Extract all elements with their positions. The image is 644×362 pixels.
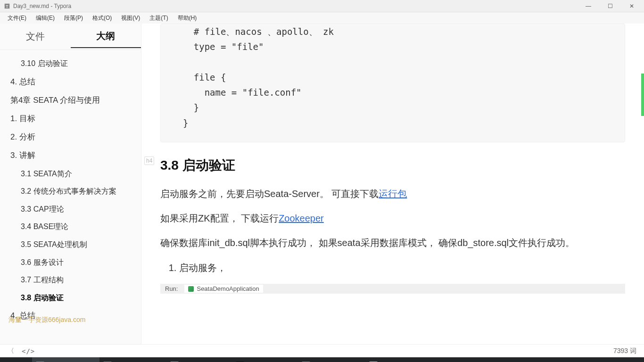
window-title: Day3_new.md - Typora	[13, 3, 582, 9]
outline-item[interactable]: 3.1 SEATA简介	[0, 165, 141, 183]
paragraph-zookeeper[interactable]: 如果采用ZK配置， 下载运行Zookeeper	[160, 209, 625, 227]
close-button[interactable]: ✕	[625, 3, 638, 9]
heading-3-8[interactable]: 3.8 启动验证	[160, 156, 625, 174]
start-button[interactable]	[0, 357, 16, 362]
run-label: Run:	[165, 285, 178, 292]
outline-item[interactable]: 2. 分析	[0, 128, 141, 146]
taskbar-app[interactable]: ▮选择seata-server...	[232, 357, 298, 362]
status-bar: 〈 </> 7393 词	[0, 344, 644, 357]
menu-format[interactable]: 格式(O)	[88, 13, 116, 23]
outline-item[interactable]: 3. 讲解	[0, 146, 141, 165]
menu-edit[interactable]: 编辑(E)	[31, 13, 59, 23]
menu-theme[interactable]: 主题(T)	[145, 13, 173, 23]
outline-item[interactable]: 3.6 服务设计	[0, 254, 141, 272]
outline-item[interactable]: 4. 总结	[0, 73, 141, 91]
outline-item[interactable]: 3.7 工程结构	[0, 271, 141, 289]
main-area: 文件 大纲 3.10 启动验证4. 总结第4章 SEATA 介绍与使用1. 目标…	[0, 24, 644, 344]
run-app-label: SeataDemoApplication	[197, 285, 259, 292]
maximize-button[interactable]: ☐	[603, 3, 617, 9]
taskbar-app[interactable]: IJbulls-stock [D:\Int...	[99, 357, 166, 362]
outline-item[interactable]: 3.4 BASE理论	[0, 218, 141, 236]
outline-item[interactable]: 3.3 CAP理论	[0, 200, 141, 218]
menu-paragraph[interactable]: 段落(P)	[59, 13, 88, 23]
minimize-button[interactable]: —	[582, 3, 595, 9]
tab-files[interactable]: 文件	[0, 25, 71, 48]
toggle-source[interactable]: </>	[22, 347, 35, 355]
outline-item[interactable]: 3.5 SEATA处理机制	[0, 236, 141, 254]
taskbar-app[interactable]: ◑* 无标题 - 查询 - ...	[166, 357, 232, 362]
scroll-indicator	[641, 74, 644, 116]
taskbar-app[interactable]: 📁seata-server-0.9	[365, 357, 425, 362]
heading-level-gutter: h4	[144, 156, 154, 165]
link-zookeeper[interactable]: Zookeeper	[279, 213, 324, 223]
outline-item[interactable]: 3.8 启动验证	[0, 289, 141, 307]
outline-item[interactable]: 1. 目标	[0, 109, 141, 128]
list-item-start-service[interactable]: 启动服务，	[179, 258, 625, 277]
outline-item[interactable]: 3.10 启动验证	[0, 55, 141, 73]
taskbar-app[interactable]: TDay3_new.md - T...	[32, 357, 99, 362]
outline-list: 3.10 启动验证4. 总结第4章 SEATA 介绍与使用1. 目标2. 分析3…	[0, 50, 141, 344]
editor-pane[interactable]: # file、nacos 、apollo、 zk type = "file" f…	[141, 24, 644, 344]
app-icon: T	[4, 3, 10, 9]
text: 启动服务之前，先要启动Seata-Server。 可直接下载	[160, 189, 379, 199]
sidebar-tabs: 文件 大纲	[0, 24, 141, 50]
run-app-icon	[188, 286, 194, 292]
taskbar-app[interactable]: ●Releases · seata/...	[298, 357, 365, 362]
code-block[interactable]: # file、nacos 、apollo、 zk type = "file" f…	[160, 24, 625, 142]
outline-item[interactable]: 3.2 传统分布式事务解决方案	[0, 182, 141, 200]
word-count[interactable]: 7393 词	[613, 347, 636, 355]
ordered-list[interactable]: 启动服务，	[160, 258, 625, 277]
outline-item[interactable]: 第4章 SEATA 介绍与使用	[0, 91, 141, 109]
run-app-name: SeataDemoApplication	[184, 285, 263, 293]
task-view-button[interactable]	[16, 357, 32, 362]
tab-outline[interactable]: 大纲	[71, 25, 141, 48]
windows-taskbar: TDay3_new.md - T...IJbulls-stock [D:\Int…	[0, 357, 644, 362]
menu-file[interactable]: 文件(E)	[3, 13, 31, 23]
paragraph-db-scripts[interactable]: 确保数据库init_db.sql脚本执行成功， 如果seata采用数据库模式， …	[160, 234, 625, 252]
menu-bar: 文件(E) 编辑(E) 段落(P) 格式(O) 视图(V) 主题(T) 帮助(H…	[0, 12, 644, 24]
link-run-package[interactable]: 运行包	[379, 189, 407, 199]
svg-text:T: T	[6, 4, 8, 8]
text: 如果采用ZK配置， 下载运行	[160, 213, 279, 223]
paragraph-seata-server[interactable]: 启动服务之前，先要启动Seata-Server。 可直接下载运行包	[160, 185, 625, 203]
sidebar: 文件 大纲 3.10 启动验证4. 总结第4章 SEATA 介绍与使用1. 目标…	[0, 24, 141, 344]
window-controls: — ☐ ✕	[582, 3, 638, 9]
menu-view[interactable]: 视图(V)	[116, 13, 145, 23]
watermark: 海量一手资源666java.com	[8, 316, 85, 324]
window-titlebar: T Day3_new.md - Typora — ☐ ✕	[0, 0, 644, 12]
menu-help[interactable]: 帮助(H)	[173, 13, 202, 23]
nav-back[interactable]: 〈	[8, 347, 14, 355]
ide-run-bar: Run: SeataDemoApplication	[160, 284, 625, 294]
